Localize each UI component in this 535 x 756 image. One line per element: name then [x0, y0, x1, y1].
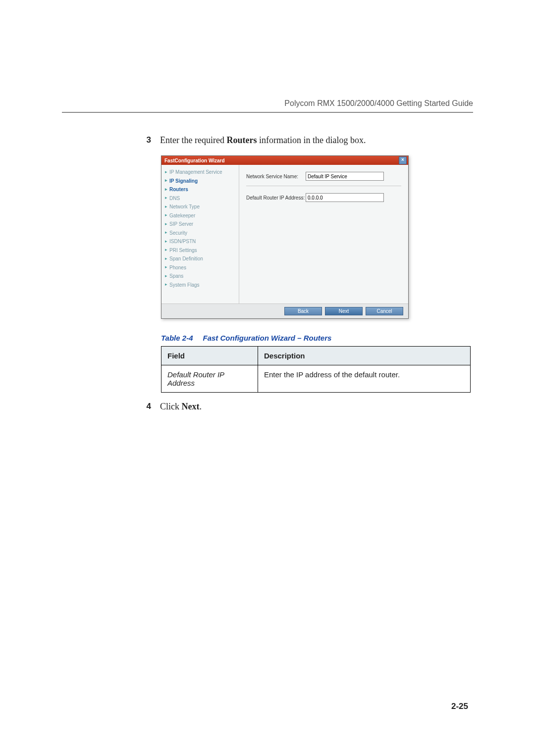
- network-service-name-input[interactable]: [306, 172, 384, 181]
- dialog-titlebar: FastConfiguration Wizard ×: [161, 156, 408, 165]
- chevron-right-icon: ▸: [163, 195, 169, 202]
- table-header-description: Description: [258, 347, 471, 365]
- table-row: Default Router IP Address Enter the IP a…: [161, 365, 471, 393]
- chevron-right-icon: ▸: [163, 186, 169, 193]
- running-header: Polycom RMX 1500/2000/4000 Getting Start…: [62, 99, 473, 108]
- sidebar-item-sip-server[interactable]: ▸SIP Server: [162, 220, 237, 229]
- step-3-post: information in the dialog box.: [257, 135, 366, 145]
- sidebar-item-isdn-pstn[interactable]: ▸ISDN/PSTN: [162, 237, 237, 246]
- step-3-number: 3: [62, 135, 160, 146]
- chevron-right-icon: ▸: [163, 212, 169, 219]
- wizard-sidebar: ▸IP Management Service ▸IP Signaling ▸Ro…: [161, 165, 239, 303]
- sidebar-item-ip-management-service[interactable]: ▸IP Management Service: [162, 168, 237, 177]
- chevron-right-icon: ▸: [163, 221, 169, 228]
- sidebar-item-label: Network Type: [169, 203, 200, 211]
- routers-field-table: Field Description Default Router IP Addr…: [161, 346, 471, 393]
- sidebar-item-label: Routers: [169, 186, 188, 194]
- sidebar-item-system-flags[interactable]: ▸System Flags: [162, 281, 237, 290]
- cancel-button[interactable]: Cancel: [366, 307, 403, 315]
- table-caption-number: Table 2-4: [161, 334, 193, 342]
- back-button[interactable]: Back: [284, 307, 322, 315]
- sidebar-item-security[interactable]: ▸Security: [162, 229, 237, 238]
- step-3: 3 Enter the required Routers information…: [62, 135, 473, 146]
- sidebar-item-label: Spans: [169, 272, 183, 280]
- step-4: 4 Click Next.: [62, 402, 473, 412]
- sidebar-item-network-type[interactable]: ▸Network Type: [162, 202, 237, 211]
- sidebar-item-routers[interactable]: ▸Routers: [162, 185, 237, 194]
- sidebar-item-label: PRI Settings: [169, 247, 197, 254]
- sidebar-item-phones[interactable]: ▸Phones: [162, 263, 237, 272]
- step-4-number: 4: [62, 402, 160, 412]
- step-4-text: Click Next.: [160, 402, 473, 412]
- chevron-right-icon: ▸: [163, 264, 169, 271]
- dialog-footer: Back Next Cancel: [161, 303, 408, 318]
- chevron-right-icon: ▸: [163, 229, 169, 236]
- sidebar-item-label: Phones: [169, 264, 186, 272]
- chevron-right-icon: ▸: [163, 238, 169, 245]
- sidebar-item-label: System Flags: [169, 281, 200, 289]
- sidebar-item-label: ISDN/PSTN: [169, 238, 196, 246]
- sidebar-item-label: SIP Server: [169, 220, 193, 228]
- form-area: Network Service Name: Default Router IP …: [239, 165, 408, 303]
- chevron-right-icon: ▸: [163, 247, 169, 253]
- chevron-right-icon: ▸: [163, 255, 169, 262]
- step-4-post: .: [199, 402, 202, 411]
- header-rule: [62, 112, 473, 113]
- table-header-field: Field: [161, 347, 258, 365]
- chevron-right-icon: ▸: [163, 169, 169, 176]
- network-service-name-label: Network Service Name:: [246, 174, 306, 179]
- sidebar-item-dns[interactable]: ▸DNS: [162, 194, 237, 203]
- default-router-ip-label: Default Router IP Address:: [246, 195, 306, 201]
- table-cell-description: Enter the IP address of the default rout…: [258, 365, 471, 393]
- page-number: 2-25: [451, 702, 468, 711]
- step-4-pre: Click: [160, 402, 182, 411]
- chevron-right-icon: ▸: [163, 281, 169, 288]
- chevron-right-icon: ▸: [163, 177, 169, 184]
- fast-config-wizard-dialog: FastConfiguration Wizard × ▸IP Managemen…: [161, 155, 409, 319]
- table-caption-title: Fast Configuration Wizard – Routers: [203, 334, 331, 342]
- sidebar-item-label: Span Definition: [169, 255, 203, 263]
- sidebar-item-pri-settings[interactable]: ▸PRI Settings: [162, 246, 237, 255]
- form-divider: [246, 186, 401, 186]
- sidebar-item-gatekeeper[interactable]: ▸Gatekeeper: [162, 211, 237, 220]
- sidebar-item-label: IP Management Service: [169, 168, 222, 176]
- chevron-right-icon: ▸: [163, 273, 169, 280]
- table-cell-field: Default Router IP Address: [161, 365, 258, 393]
- step-3-pre: Enter the required: [160, 135, 226, 145]
- sidebar-item-label: IP Signaling: [169, 177, 198, 185]
- sidebar-item-span-definition[interactable]: ▸Span Definition: [162, 254, 237, 263]
- sidebar-item-label: DNS: [169, 195, 180, 202]
- step-4-bold: Next: [182, 402, 200, 411]
- table-caption: Table 2-4Fast Configuration Wizard – Rou…: [161, 334, 473, 342]
- dialog-title: FastConfiguration Wizard: [164, 158, 225, 163]
- step-3-bold: Routers: [226, 135, 257, 145]
- chevron-right-icon: ▸: [163, 203, 169, 210]
- step-3-text: Enter the required Routers information i…: [160, 135, 473, 146]
- sidebar-item-ip-signaling[interactable]: ▸IP Signaling: [162, 177, 237, 186]
- sidebar-item-label: Gatekeeper: [169, 212, 195, 220]
- sidebar-item-label: Security: [169, 229, 187, 237]
- next-button[interactable]: Next: [325, 307, 363, 315]
- sidebar-item-spans[interactable]: ▸Spans: [162, 272, 237, 281]
- default-router-ip-input[interactable]: [306, 193, 384, 202]
- close-icon[interactable]: ×: [399, 156, 407, 164]
